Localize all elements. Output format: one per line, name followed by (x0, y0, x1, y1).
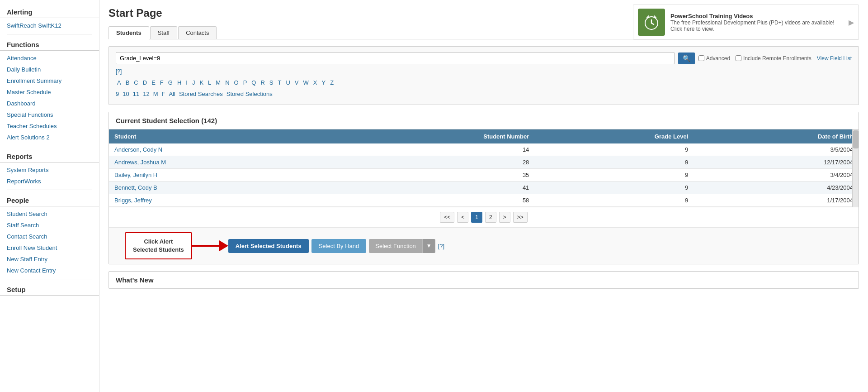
sidebar-swiftreach[interactable]: SwiftReach SwiftK12 (0, 20, 99, 31)
alpha-link-f[interactable]: F (159, 78, 165, 87)
pagination-prev[interactable]: < (457, 212, 468, 223)
search-input[interactable] (116, 52, 675, 64)
search-button[interactable]: 🔍 (678, 53, 695, 64)
select-by-hand-button[interactable]: Select By Hand (311, 239, 367, 253)
selection-panel: Current Student Selection (142) Student … (108, 112, 859, 264)
alpha-link-q[interactable]: Q (250, 78, 257, 87)
sidebar-item-reportworks[interactable]: ReportWorks (0, 176, 99, 187)
callout-container: Click Alert Selected Students Alert Sele… (125, 232, 852, 259)
alpha-link-s[interactable]: S (268, 78, 275, 87)
student-name-link[interactable]: Bailey, Jenilyn H (114, 172, 157, 178)
student-name-link[interactable]: Anderson, Cody N (114, 146, 162, 153)
sidebar-item-new-contact-entry[interactable]: New Contact Entry (0, 265, 99, 276)
action-help-link[interactable]: [?] (435, 241, 447, 251)
alpha-link-p[interactable]: P (242, 78, 249, 87)
alpha-link-t[interactable]: T (277, 78, 283, 87)
table-scrollbar[interactable] (852, 129, 859, 207)
alpha-link-g[interactable]: G (167, 78, 174, 87)
alpha-link-z[interactable]: Z (329, 78, 335, 87)
alpha-link-e[interactable]: E (150, 78, 157, 87)
tab-students[interactable]: Students (108, 26, 149, 39)
table-header-row: Student Student Number Grade Level Date … (109, 129, 859, 143)
grade-link-stored-selections[interactable]: Stored Selections (226, 91, 273, 97)
col-grade: Grade Level (534, 129, 693, 143)
col-dob: Date of Birth (693, 129, 859, 143)
student-name-link[interactable]: Bennett, Cody B (114, 184, 157, 191)
alpha-link-m[interactable]: M (214, 78, 222, 87)
arrow-line (192, 245, 219, 247)
promo-text: PowerSchool Training Videos The free Pro… (670, 13, 845, 32)
grade-link-stored-searches[interactable]: Stored Searches (179, 91, 223, 97)
sidebar-item-dashboard[interactable]: Dashboard (0, 98, 99, 109)
pagination-next[interactable]: > (499, 212, 510, 223)
pagination-page-2[interactable]: 2 (485, 212, 496, 223)
svg-line-2 (651, 23, 654, 24)
sidebar-item-staff-search[interactable]: Staff Search (0, 220, 99, 231)
alpha-link-a[interactable]: A (116, 78, 123, 87)
pagination-last[interactable]: >> (513, 212, 528, 223)
pagination-page-1[interactable]: 1 (471, 212, 482, 223)
table-scroll-thumb (853, 130, 859, 148)
sidebar-item-attendance[interactable]: Attendance (0, 53, 99, 64)
alpha-link-l[interactable]: L (207, 78, 212, 87)
alpha-link-r[interactable]: R (259, 78, 266, 87)
grade-link-f[interactable]: F (161, 91, 165, 97)
alpha-link-b[interactable]: B (124, 78, 131, 87)
alpha-link-o[interactable]: O (233, 78, 240, 87)
sidebar-item-daily-bulletin[interactable]: Daily Bulletin (0, 64, 99, 75)
alpha-link-c[interactable]: C (132, 78, 139, 87)
table-row: Anderson, Cody N 14 9 3/5/2004 (109, 143, 859, 156)
remote-enrollments-checkbox-label[interactable]: Include Remote Enrollments (736, 55, 811, 62)
alpha-link-n[interactable]: N (224, 78, 231, 87)
alpha-link-i[interactable]: I (184, 78, 189, 87)
alpha-nav: ABCDEFGHIJKLMNOPQRSTUVWXYZ (116, 75, 852, 89)
alpha-link-w[interactable]: W (302, 78, 310, 87)
promo-icon (638, 9, 665, 36)
sidebar-item-alert-solutions[interactable]: Alert Solutions 2 (0, 132, 99, 143)
sidebar-item-special-functions[interactable]: Special Functions (0, 109, 99, 120)
alpha-link-h[interactable]: H (176, 78, 183, 87)
pagination-first[interactable]: << (440, 212, 454, 223)
callout-box: Click Alert Selected Students (125, 232, 192, 259)
sidebar-item-student-search[interactable]: Student Search (0, 208, 99, 220)
advanced-checkbox-label[interactable]: Advanced (698, 55, 730, 62)
sidebar-item-enroll-new-student[interactable]: Enroll New Student (0, 242, 99, 253)
alpha-link-x[interactable]: X (312, 78, 319, 87)
sidebar-alerting-title: Alerting (0, 5, 99, 18)
grade-link-10[interactable]: 10 (123, 91, 129, 97)
alpha-link-v[interactable]: V (293, 78, 300, 87)
sidebar-item-system-reports[interactable]: System Reports (0, 164, 99, 176)
student-name-link[interactable]: Andrews, Joshua M (114, 159, 166, 166)
grade-link-9[interactable]: 9 (116, 91, 119, 97)
sidebar-item-new-staff-entry[interactable]: New Staff Entry (0, 253, 99, 265)
sidebar-item-contact-search[interactable]: Contact Search (0, 231, 99, 242)
student-name-link[interactable]: Briggs, Jeffrey (114, 197, 152, 204)
whats-new-title: What's New (116, 276, 852, 284)
sidebar-item-master-schedule[interactable]: Master Schedule (0, 86, 99, 98)
sidebar-item-teacher-schedules[interactable]: Teacher Schedules (0, 120, 99, 132)
alert-selected-students-button[interactable]: Alert Selected Students (228, 239, 309, 253)
grade-link-all[interactable]: All (169, 91, 175, 97)
promo-banner[interactable]: PowerSchool Training Videos The free Pro… (633, 5, 859, 40)
select-function-button[interactable]: Select Function (369, 239, 422, 253)
alpha-link-y[interactable]: Y (320, 78, 327, 87)
tab-staff[interactable]: Staff (150, 26, 178, 39)
alpha-link-d[interactable]: D (142, 78, 148, 87)
student-table: Student Student Number Grade Level Date … (109, 129, 859, 207)
alpha-link-k[interactable]: K (198, 78, 205, 87)
view-field-list-link[interactable]: View Field List (817, 55, 852, 62)
search-area: 🔍 Advanced Include Remote Enrollments Vi… (108, 46, 859, 105)
search-help-link[interactable]: [?] (116, 68, 122, 75)
remote-enrollments-checkbox[interactable] (736, 55, 741, 61)
grade-link-m[interactable]: M (153, 91, 158, 97)
select-function-dropdown[interactable]: ▼ (422, 239, 435, 253)
main-content: PowerSchool Training Videos The free Pro… (99, 0, 868, 392)
grade-link-11[interactable]: 11 (133, 91, 139, 97)
alpha-link-u[interactable]: U (284, 78, 291, 87)
tab-contacts[interactable]: Contacts (178, 26, 217, 39)
sidebar-item-enrollment-summary[interactable]: Enrollment Summary (0, 75, 99, 86)
grade-link-12[interactable]: 12 (143, 91, 149, 97)
sidebar-reports-title: Reports (0, 149, 99, 163)
advanced-checkbox[interactable] (698, 55, 704, 61)
alpha-link-j[interactable]: J (191, 78, 197, 87)
